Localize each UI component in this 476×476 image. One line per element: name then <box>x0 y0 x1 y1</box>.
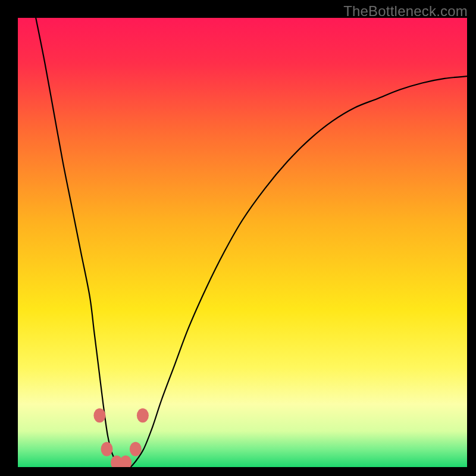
chart-background <box>18 18 467 467</box>
watermark-text: TheBottleneck.com <box>343 3 468 20</box>
curve-marker <box>130 442 142 456</box>
chart-frame <box>18 18 467 467</box>
curve-marker <box>137 408 149 422</box>
curve-marker <box>101 442 112 456</box>
chart-svg <box>18 18 467 467</box>
curve-marker <box>93 408 105 422</box>
